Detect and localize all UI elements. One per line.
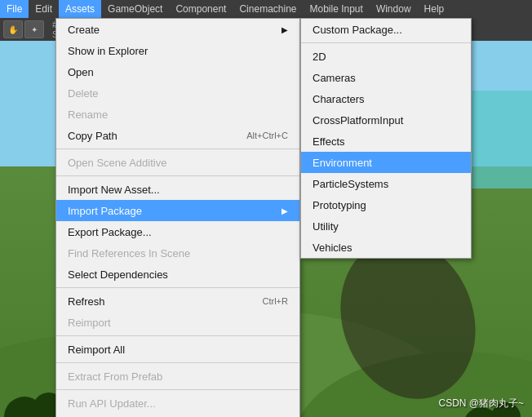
submenu-effects[interactable]: Effects bbox=[301, 131, 471, 152]
menu-cinemachine[interactable]: Cinemachine bbox=[233, 0, 303, 18]
submenu-prototyping[interactable]: Prototyping bbox=[301, 194, 471, 215]
menu-file[interactable]: File bbox=[0, 0, 29, 18]
separator-6 bbox=[56, 389, 299, 390]
separator-5 bbox=[56, 362, 299, 363]
menu-select-dependencies[interactable]: Select Dependencies bbox=[56, 264, 299, 285]
menu-assets[interactable]: Assets bbox=[59, 0, 101, 18]
menu-import-package[interactable]: Import Package ▶ bbox=[56, 200, 299, 221]
menu-open[interactable]: Open bbox=[56, 61, 299, 82]
menu-show-explorer[interactable]: Show in Explorer bbox=[56, 40, 299, 61]
menu-create[interactable]: Create ▶ bbox=[56, 19, 299, 40]
menu-mobileinput[interactable]: Mobile Input bbox=[304, 0, 370, 18]
menu-component[interactable]: Component bbox=[169, 0, 233, 18]
create-arrow: ▶ bbox=[282, 25, 288, 34]
menu-run-api-updater: Run API Updater... bbox=[56, 393, 299, 414]
menu-rename: Rename bbox=[56, 104, 299, 125]
submenu-particlesystems[interactable]: ParticleSystems bbox=[301, 173, 471, 194]
menu-help[interactable]: Help bbox=[418, 0, 451, 18]
toolbar-move-btn[interactable]: ✦ bbox=[24, 20, 44, 38]
menu-export-package[interactable]: Export Package... bbox=[56, 221, 299, 242]
menubar: File Edit Assets GameObject Component Ci… bbox=[0, 0, 532, 18]
submenu-crossplatforminput[interactable]: CrossPlatformInput bbox=[301, 109, 471, 131]
menu-edit[interactable]: Edit bbox=[29, 0, 59, 18]
separator-2 bbox=[56, 175, 299, 176]
separator-1 bbox=[56, 149, 299, 149]
separator-3 bbox=[56, 287, 299, 288]
submenu-2d[interactable]: 2D bbox=[301, 46, 471, 67]
menu-reimport: Reimport bbox=[56, 312, 299, 333]
import-package-arrow: ▶ bbox=[282, 206, 288, 215]
menu-delete: Delete bbox=[56, 82, 299, 104]
assets-dropdown: Create ▶ Show in Explorer Open Delete Re… bbox=[55, 18, 300, 417]
copy-path-shortcut: Alt+Ctrl+C bbox=[246, 131, 288, 140]
submenu-cameras[interactable]: Cameras bbox=[301, 67, 471, 88]
submenu-characters[interactable]: Characters bbox=[301, 88, 471, 109]
menu-window[interactable]: Window bbox=[370, 0, 418, 18]
watermark: CSDN @猪肉丸子~ bbox=[438, 397, 524, 410]
menu-reimport-all[interactable]: Reimport All bbox=[56, 339, 299, 360]
menu-update-uielements[interactable]: Update UIElements Schema bbox=[56, 414, 299, 417]
submenu-vehicles[interactable]: Vehicles bbox=[301, 237, 471, 258]
menu-refresh[interactable]: Refresh Ctrl+R bbox=[56, 291, 299, 312]
menu-find-references: Find References In Scene bbox=[56, 242, 299, 264]
submenu-utility[interactable]: Utility bbox=[301, 215, 471, 237]
menu-import-new-asset[interactable]: Import New Asset... bbox=[56, 179, 299, 200]
menu-open-scene-additive: Open Scene Additive bbox=[56, 152, 299, 173]
submenu-environment[interactable]: Environment bbox=[301, 152, 471, 173]
separator-4 bbox=[56, 335, 299, 336]
refresh-shortcut: Ctrl+R bbox=[263, 296, 288, 306]
sub-separator-1 bbox=[301, 42, 471, 43]
menu-copy-path[interactable]: Copy Path Alt+Ctrl+C bbox=[56, 125, 299, 146]
import-package-submenu: Custom Package... 2D Cameras Characters … bbox=[300, 18, 472, 259]
menu-extract-prefab: Extract From Prefab bbox=[56, 366, 299, 387]
toolbar-hand-btn[interactable]: ✋ bbox=[3, 20, 23, 38]
submenu-custom-package[interactable]: Custom Package... bbox=[301, 19, 471, 40]
menu-gameobject[interactable]: GameObject bbox=[101, 0, 169, 18]
